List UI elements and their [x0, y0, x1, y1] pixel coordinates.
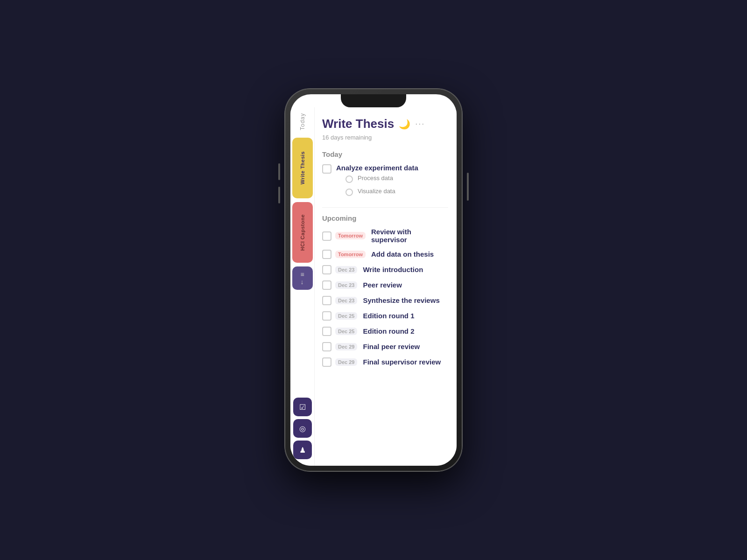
- task-text-synthesize: Synthesize the reviews: [363, 296, 439, 304]
- task-analyze-content: Analyze experiment data Process data Vis…: [336, 164, 418, 201]
- sidebar-bottom-icons: ☑ ◎ ♟: [293, 397, 312, 466]
- task-text-final-supervisor: Final supervisor review: [363, 358, 441, 366]
- checklist-icon: ☑: [299, 403, 306, 412]
- sidebar: Today Write Thesis HCI Capstone ≡↓ ☑ ◎: [290, 107, 315, 466]
- task-text-peer-review: Peer review: [363, 281, 402, 289]
- upcoming-task-checkbox-review-supervisor[interactable]: [322, 231, 331, 241]
- upcoming-tasks-list: TomorrowReview with supervisorTomorrowAd…: [322, 228, 448, 367]
- upcoming-task-checkbox-final-peer[interactable]: [322, 342, 331, 351]
- task-text-final-peer: Final peer review: [363, 343, 420, 350]
- subtask-process-text: Process data: [358, 175, 393, 182]
- volume-up-button: [278, 163, 280, 180]
- task-analyze-text: Analyze experiment data: [336, 164, 418, 172]
- upcoming-task-row: Dec 23Write introduction: [322, 265, 448, 274]
- page-title: Write Thesis: [322, 117, 394, 131]
- today-section-header: Today: [322, 150, 448, 158]
- subtask-checkbox-process[interactable]: [345, 175, 353, 183]
- phone-frame: Today Write Thesis HCI Capstone ≡↓ ☑ ◎: [285, 89, 462, 471]
- upcoming-task-row: Dec 29Final supervisor review: [322, 357, 448, 367]
- subtask-visualize: Visualize data: [341, 188, 418, 196]
- task-text-edition-2: Edition round 2: [363, 327, 414, 335]
- task-date-synthesize: Dec 23: [335, 297, 357, 304]
- hci-capstone-label: HCI Capstone: [300, 214, 305, 251]
- task-analyze: Analyze experiment data Process data Vis…: [322, 164, 448, 201]
- sidebar-item-hci-capstone[interactable]: HCI Capstone: [292, 202, 313, 263]
- task-text-edition-1: Edition round 1: [363, 312, 414, 320]
- person-icon: ♟: [299, 446, 306, 455]
- upcoming-task-checkbox-final-supervisor[interactable]: [322, 357, 331, 367]
- upcoming-task-row: Dec 25Edition round 2: [322, 326, 448, 336]
- app-container: Today Write Thesis HCI Capstone ≡↓ ☑ ◎: [290, 94, 457, 466]
- sidebar-today-label: Today: [299, 107, 306, 136]
- task-date-final-peer: Dec 29: [335, 343, 357, 350]
- subtask-checkbox-visualize[interactable]: [345, 189, 353, 196]
- moon-icon[interactable]: 🌙: [399, 119, 410, 130]
- checklist-nav-button[interactable]: ☑: [293, 398, 312, 416]
- upcoming-section-header: Upcoming: [322, 214, 448, 222]
- upcoming-task-row: Dec 23Synthesize the reviews: [322, 295, 448, 305]
- upcoming-task-checkbox-synthesize[interactable]: [322, 296, 331, 305]
- section-divider: [322, 207, 448, 208]
- subtask-process: Process data: [341, 175, 418, 183]
- page-header: Write Thesis 🌙 ···: [322, 117, 448, 131]
- task-date-edition-1: Dec 25: [335, 312, 357, 320]
- compass-nav-button[interactable]: ◎: [293, 419, 312, 438]
- upcoming-task-row: Dec 23Peer review: [322, 280, 448, 290]
- sidebar-item-write-thesis[interactable]: Write Thesis: [292, 138, 313, 198]
- upcoming-task-row: Dec 29Final peer review: [322, 342, 448, 351]
- task-date-edition-2: Dec 25: [335, 328, 357, 335]
- filter-icon: ≡↓: [300, 271, 304, 286]
- main-content: Write Thesis 🌙 ··· 16 days remaining Tod…: [315, 107, 457, 466]
- sidebar-item-other[interactable]: ≡↓: [292, 266, 313, 290]
- upcoming-task-checkbox-add-data[interactable]: [322, 250, 331, 259]
- subtask-visualize-text: Visualize data: [358, 188, 395, 195]
- phone-screen: Today Write Thesis HCI Capstone ≡↓ ☑ ◎: [290, 94, 457, 466]
- task-date-write-intro: Dec 23: [335, 266, 357, 273]
- write-thesis-label: Write Thesis: [300, 151, 305, 184]
- task-date-add-data: Tomorrow: [335, 251, 366, 258]
- more-menu-button[interactable]: ···: [415, 119, 425, 129]
- upcoming-task-row: TomorrowReview with supervisor: [322, 228, 448, 244]
- task-text-add-data: Add data on thesis: [371, 250, 434, 258]
- upcoming-task-row: Dec 25Edition round 1: [322, 311, 448, 321]
- subtask-group: Process data Visualize data: [341, 175, 418, 196]
- upcoming-task-checkbox-edition-1[interactable]: [322, 311, 331, 321]
- task-text-write-intro: Write introduction: [363, 266, 423, 273]
- task-text-review-supervisor: Review with supervisor: [371, 228, 448, 244]
- task-date-review-supervisor: Tomorrow: [335, 232, 366, 239]
- upcoming-task-row: TomorrowAdd data on thesis: [322, 249, 448, 259]
- upcoming-task-checkbox-edition-2[interactable]: [322, 327, 331, 336]
- volume-down-button: [278, 187, 280, 203]
- task-date-final-supervisor: Dec 29: [335, 358, 357, 366]
- compass-icon: ◎: [299, 424, 306, 433]
- upcoming-task-checkbox-peer-review[interactable]: [322, 280, 331, 290]
- days-remaining: 16 days remaining: [322, 134, 448, 141]
- upcoming-task-checkbox-write-intro[interactable]: [322, 265, 331, 274]
- power-button: [467, 173, 469, 201]
- task-date-peer-review: Dec 23: [335, 281, 357, 289]
- notch: [341, 94, 406, 107]
- task-checkbox-analyze[interactable]: [322, 164, 331, 174]
- person-nav-button[interactable]: ♟: [293, 441, 312, 459]
